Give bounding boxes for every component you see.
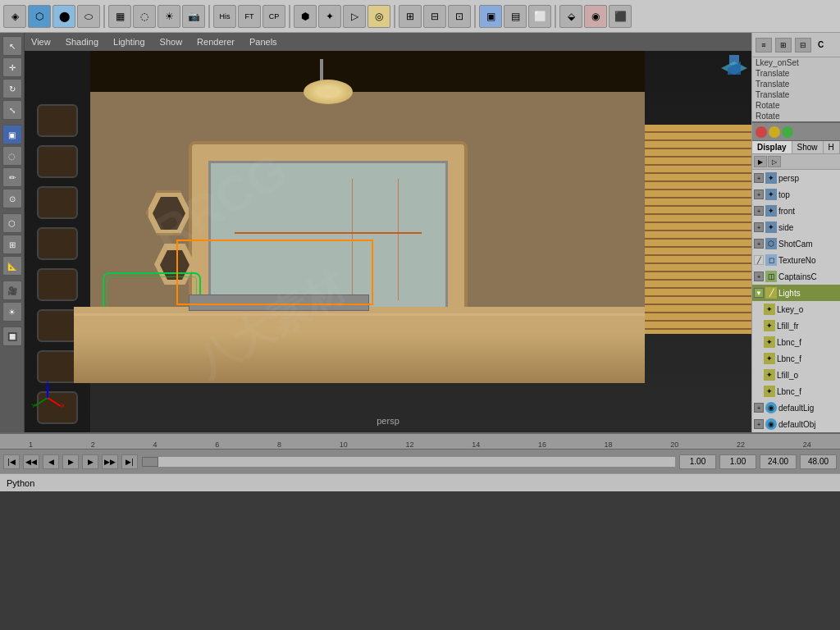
ol-top-expand[interactable]: + — [754, 189, 764, 199]
ol-captains[interactable]: + ◫ CaptainsC — [752, 268, 840, 285]
menu-lighting[interactable]: Lighting — [110, 35, 148, 48]
tool-sfx1[interactable]: ⬙ — [559, 5, 582, 28]
ol-tool-2[interactable]: ▷ — [768, 156, 781, 167]
tool-face[interactable]: ⬜ — [528, 5, 551, 28]
tool-select[interactable]: ◈ — [3, 5, 26, 28]
ol-persp[interactable]: + ✦ persp — [752, 170, 840, 186]
left-soft[interactable]: ⊙ — [2, 189, 22, 208]
outliner-close[interactable] — [756, 126, 767, 138]
ol-lkey[interactable]: ✦ Lkey_o — [752, 301, 840, 317]
tool-nurbs[interactable]: ◌ — [133, 5, 156, 28]
ol-side-expand[interactable]: + — [754, 222, 764, 232]
ol-lbnc-f1[interactable]: ✦ Lbnc_f — [752, 334, 840, 350]
ol-persp-expand[interactable]: + — [754, 173, 764, 183]
ol-front-expand[interactable]: + — [754, 206, 764, 216]
left-render[interactable]: 🔲 — [2, 326, 22, 346]
left-scale[interactable]: ⤡ — [2, 100, 22, 120]
ol-shotcam[interactable]: + ⬡ ShotCam — [752, 235, 840, 252]
tool-rotate[interactable]: ⬤ — [52, 5, 75, 28]
playhead[interactable] — [142, 457, 158, 467]
start-frame-field[interactable] — [679, 454, 716, 469]
tool-cp[interactable]: CP — [262, 5, 285, 28]
tool-snap[interactable]: ⊞ — [399, 5, 422, 28]
tab-h[interactable]: H — [824, 141, 840, 153]
ch-solo-btn[interactable]: ⊟ — [795, 38, 811, 52]
view-gizmo[interactable] — [721, 55, 747, 81]
channel-lkey[interactable]: Lkey_onSet — [752, 57, 840, 68]
tool-hist[interactable]: His — [213, 5, 236, 28]
ol-lfill-o[interactable]: ✦ Lfill_o — [752, 367, 840, 383]
ol-tool-1[interactable]: ▶ — [754, 156, 767, 167]
current-frame-field[interactable] — [719, 454, 756, 469]
ol-lbnc-f2[interactable]: ✦ Lbnc_f — [752, 350, 840, 367]
channel-ty[interactable]: Translate — [752, 79, 840, 89]
ol-textureno[interactable]: ╱ ◻ TextureNo — [752, 252, 840, 268]
menu-view[interactable]: View — [28, 35, 54, 48]
left-light[interactable]: ☀ — [2, 302, 22, 322]
ol-defaultobj-expand[interactable]: + — [754, 419, 764, 429]
tool-wire[interactable]: ⊡ — [448, 5, 471, 28]
left-snap[interactable]: ⊞ — [2, 235, 22, 254]
channel-rx[interactable]: Rotate — [752, 100, 840, 111]
menu-show[interactable]: Show — [157, 35, 186, 48]
ol-shotcam-expand[interactable]: + — [754, 239, 764, 249]
left-move[interactable]: ✛ — [2, 57, 22, 77]
ol-lbnc-f3[interactable]: ✦ Lbnc_f — [752, 383, 840, 399]
menu-panels[interactable]: Panels — [246, 35, 281, 48]
left-select[interactable]: ↖ — [2, 36, 22, 56]
tool-comp[interactable]: ▤ — [504, 5, 527, 28]
tool-grid[interactable]: ⊟ — [423, 5, 446, 28]
left-deform[interactable]: ⬡ — [2, 213, 22, 233]
left-paint[interactable]: ✏ — [2, 167, 22, 187]
tool-deform[interactable]: ⬢ — [294, 5, 317, 28]
tool-obj[interactable]: ▣ — [479, 5, 502, 28]
left-poly[interactable]: ▣ — [2, 125, 22, 144]
ol-side[interactable]: + ✦ side — [752, 219, 840, 235]
ol-defaultlig-expand[interactable]: + — [754, 403, 764, 413]
tool-sfx3[interactable]: ⬛ — [609, 5, 632, 28]
tool-move[interactable]: ⬡ — [28, 5, 51, 28]
prev-frame-btn[interactable]: ◀ — [43, 454, 59, 469]
ol-lights-expand[interactable]: ▼ — [754, 288, 764, 298]
go-start-btn[interactable]: |◀ — [3, 454, 20, 469]
tool-rig[interactable]: ✦ — [318, 5, 341, 28]
next-frame-btn[interactable]: ▶ — [82, 454, 98, 469]
tool-scale[interactable]: ⬭ — [77, 5, 100, 28]
ol-lfill-fr[interactable]: ✦ Lfill_fr — [752, 317, 840, 334]
outliner-minimize[interactable] — [769, 126, 780, 138]
ch-grid-btn[interactable]: ⊞ — [775, 38, 792, 52]
ol-texno-expand[interactable]: ╱ — [754, 255, 764, 265]
tool-anim[interactable]: ▷ — [343, 5, 366, 28]
tool-render[interactable]: ◎ — [368, 5, 390, 28]
prev-key-btn[interactable]: ◀◀ — [23, 454, 39, 469]
end-frame-field[interactable] — [760, 454, 797, 469]
tool-poly[interactable]: ▦ — [108, 5, 131, 28]
tool-light[interactable]: ☀ — [158, 5, 180, 28]
ol-captains-expand[interactable]: + — [754, 272, 764, 281]
left-camera[interactable]: 🎥 — [2, 281, 22, 300]
channel-tx[interactable]: Translate — [752, 68, 840, 79]
tool-ft[interactable]: FT — [238, 5, 261, 28]
menu-renderer[interactable]: Renderer — [194, 35, 238, 48]
outliner-maximize[interactable] — [782, 126, 793, 138]
ol-top[interactable]: + ✦ top — [752, 186, 840, 203]
left-rotate[interactable]: ↻ — [2, 79, 22, 98]
viewport-3d[interactable]: persp X Y Z — [25, 51, 751, 432]
tool-camera[interactable]: 📷 — [182, 5, 205, 28]
channel-ry[interactable]: Rotate — [752, 111, 840, 121]
play-btn[interactable]: ▶ — [62, 454, 79, 469]
tab-show[interactable]: Show — [792, 141, 824, 153]
go-end-btn[interactable]: ▶| — [121, 454, 138, 469]
ol-lights[interactable]: ▼ ╱ Lights — [752, 285, 840, 301]
ol-defaultlig[interactable]: + ◉ defaultLig — [752, 399, 840, 416]
max-frame-field[interactable] — [800, 454, 837, 469]
menu-shading[interactable]: Shading — [62, 35, 102, 48]
ol-front[interactable]: + ✦ front — [752, 203, 840, 219]
tool-sfx2[interactable]: ◉ — [584, 5, 607, 28]
channel-tz[interactable]: Translate — [752, 89, 840, 100]
left-measure[interactable]: 📐 — [2, 256, 22, 276]
tab-display[interactable]: Display — [752, 141, 792, 153]
ch-list-btn[interactable]: ≡ — [756, 38, 772, 52]
ol-defaultobj[interactable]: + ◉ defaultObj — [752, 416, 840, 432]
playbar[interactable] — [141, 456, 676, 468]
